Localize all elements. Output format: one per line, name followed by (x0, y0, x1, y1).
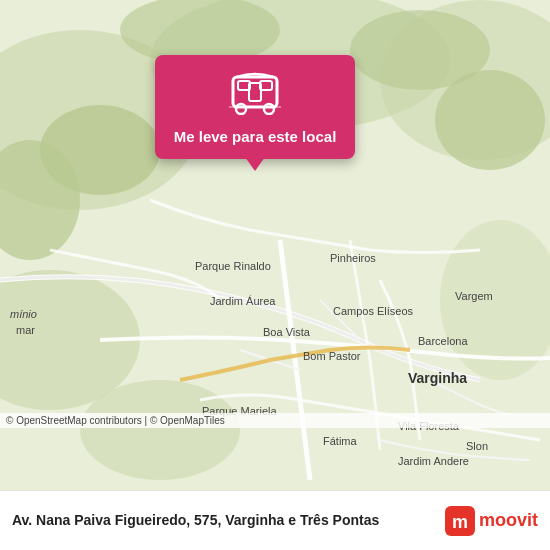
svg-point-5 (80, 380, 240, 480)
bus-icon-wrap (225, 71, 285, 119)
map-view[interactable]: Parque Rinaldo Pinheiros Jardim Áurea Bo… (0, 0, 550, 490)
address-text: Av. Nana Paiva Figueiredo, 575, Varginha… (12, 511, 445, 529)
moovit-logo: m moovit (445, 506, 538, 536)
bottom-bar: Av. Nana Paiva Figueiredo, 575, Varginha… (0, 490, 550, 550)
place-card[interactable]: Me leve para este local (155, 55, 355, 159)
svg-point-10 (350, 10, 490, 90)
map-attribution: © OpenStreetMap contributors | © OpenMap… (0, 413, 550, 428)
moovit-text: moovit (479, 510, 538, 531)
svg-text:m: m (452, 512, 468, 532)
card-label: Me leve para este local (174, 127, 337, 147)
